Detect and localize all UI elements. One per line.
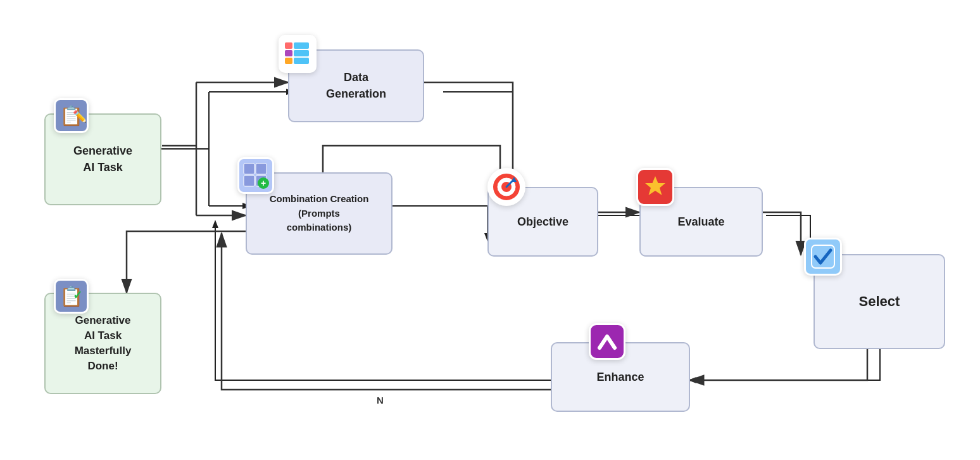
select-icon bbox=[804, 238, 842, 276]
done-icon: 📋 bbox=[54, 279, 89, 314]
svg-rect-25 bbox=[285, 58, 292, 64]
evaluate-icon bbox=[636, 168, 674, 206]
svg-text:+: + bbox=[261, 178, 266, 188]
svg-rect-29 bbox=[244, 176, 254, 186]
done-check-icon: ✓ bbox=[73, 288, 82, 302]
data-generation-icon bbox=[279, 35, 317, 73]
svg-rect-23 bbox=[285, 50, 292, 56]
pencil-icon: ✏️ bbox=[73, 110, 87, 124]
enhance-icon bbox=[589, 323, 625, 360]
objective-icon bbox=[487, 168, 525, 206]
svg-rect-22 bbox=[294, 42, 309, 49]
svg-rect-27 bbox=[244, 163, 254, 174]
generative-ai-task-label: Generative AI Task bbox=[73, 143, 132, 175]
combination-creation-icon: + bbox=[237, 157, 274, 194]
evaluate-label: Evaluate bbox=[677, 215, 724, 229]
select-label: Select bbox=[859, 293, 900, 310]
diagram-container: Generative AI Task 📋 ✏️ Data Generation … bbox=[0, 0, 980, 460]
svg-marker-14 bbox=[212, 220, 218, 228]
n-label: N bbox=[377, 395, 384, 406]
svg-rect-24 bbox=[294, 50, 309, 56]
svg-rect-28 bbox=[256, 163, 267, 174]
done-label: Generative AI Task Masterfully Done! bbox=[75, 313, 132, 373]
objective-label: Objective bbox=[517, 215, 569, 229]
data-generation-label: Data Generation bbox=[326, 70, 386, 101]
svg-rect-26 bbox=[294, 58, 309, 64]
svg-rect-21 bbox=[285, 42, 292, 49]
svg-marker-38 bbox=[645, 176, 665, 195]
enhance-label: Enhance bbox=[596, 371, 644, 384]
combination-creation-label: Combination Creation (Prompts combinatio… bbox=[270, 192, 369, 235]
